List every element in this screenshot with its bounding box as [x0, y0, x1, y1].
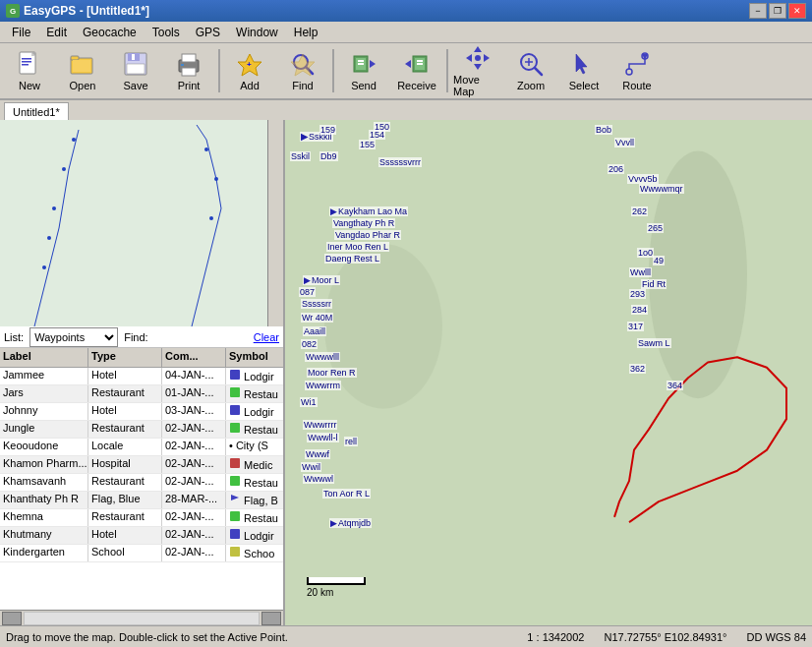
col-type: Type [88, 348, 162, 367]
map-waypoint: Sawm L [637, 338, 671, 348]
scale-label: 20 km [307, 587, 366, 598]
map-waypoint: Ton Aor R L [322, 489, 371, 499]
main-area: List: Waypoints Routes Tracks Find: Clea… [0, 120, 812, 625]
toolbar-separator-1 [218, 49, 220, 92]
svg-point-51 [214, 177, 218, 181]
table-header: Label Type Com... Symbol [0, 348, 283, 368]
svg-marker-59 [231, 495, 239, 502]
table-row[interactable]: Khutmany Hotel 02-JAN-... Lodgir [0, 527, 283, 545]
map-waypoint: 087 [299, 287, 316, 297]
svg-text:+: + [247, 60, 252, 69]
thumbnail-map [0, 120, 283, 326]
save-label: Save [123, 80, 147, 91]
table-row[interactable]: Keooudone Locale 02-JAN-... • City (S [0, 439, 283, 456]
table-row[interactable]: Jars Restaurant 01-JAN-... Restau [0, 385, 283, 403]
find-label: Find: [124, 331, 147, 343]
map-waypoint: 364 [667, 381, 683, 390]
map-waypoint: Moor Ren R [307, 368, 357, 378]
table-row[interactable]: Jungle Restaurant 02-JAN-... Restau [0, 421, 283, 439]
toolbar-separator-2 [332, 49, 334, 92]
zoom-icon [517, 50, 545, 78]
menu-gps[interactable]: GPS [188, 22, 228, 43]
map-area[interactable]: ▶ Sskkil 159 150 154 155 Sskil Db9 Sssss… [285, 120, 812, 625]
menu-edit[interactable]: Edit [38, 22, 75, 43]
table-row[interactable]: Jammee Hotel 04-JAN-... Lodgir [0, 368, 283, 385]
open-button[interactable]: Open [57, 45, 108, 96]
zoom-button[interactable]: Zoom [505, 45, 556, 96]
map-waypoint: Db9 [319, 151, 338, 161]
find-button[interactable]: Find [277, 45, 328, 96]
open-icon [69, 50, 96, 78]
add-button[interactable]: + Add [224, 45, 275, 96]
send-button[interactable]: Send [338, 45, 389, 96]
waypoint-table: Label Type Com... Symbol Jammee Hotel 04… [0, 348, 283, 610]
map-waypoint: Wwwwlll [305, 352, 340, 362]
route-button[interactable]: Route [611, 45, 663, 96]
select-button[interactable]: Select [558, 45, 609, 96]
save-icon [122, 50, 149, 78]
title-bar: G EasyGPS - [Untitled1*] − ❐ ✕ [0, 0, 812, 22]
svg-point-50 [204, 147, 208, 151]
col-label: Label [0, 348, 88, 367]
new-button[interactable]: New [4, 45, 55, 96]
table-row[interactable]: Khamsavanh Restaurant 02-JAN-... Restau [0, 474, 283, 492]
new-label: New [19, 80, 40, 91]
menu-help[interactable]: Help [286, 22, 326, 43]
svg-rect-30 [417, 60, 423, 62]
map-waypoint: 362 [629, 364, 646, 374]
menu-tools[interactable]: Tools [145, 22, 188, 43]
map-waypoint: Daeng Rest L [324, 254, 380, 264]
status-scale: 1 : 1342002 [527, 631, 584, 643]
tab-bar: Untitled1* [0, 100, 812, 120]
list-dropdown[interactable]: Waypoints Routes Tracks [29, 327, 118, 347]
window-controls: − ❐ ✕ [749, 3, 806, 19]
svg-point-49 [42, 265, 46, 269]
map-waypoint: Ssssssvrrr [378, 157, 422, 167]
svg-marker-35 [484, 54, 490, 62]
print-label: Print [178, 80, 201, 91]
select-label: Select [569, 80, 600, 91]
map-waypoint: Sssssrr [301, 299, 332, 309]
table-row[interactable]: Khemna Restaurant 02-JAN-... Restau [0, 509, 283, 527]
table-row[interactable]: Kindergarten School 02-JAN-... Schoo [0, 545, 283, 562]
svg-rect-11 [132, 54, 135, 60]
find-label: Find [292, 80, 313, 91]
toolbar-separator-3 [446, 49, 448, 92]
table-row[interactable]: Khamon Pharm... Hospital 02-JAN-... Medi… [0, 456, 283, 474]
table-row[interactable]: Khanthaty Ph R Flag, Blue 28-MAR-... Fla… [0, 492, 283, 509]
thumbnail-scrollbar[interactable] [267, 120, 283, 326]
send-label: Send [351, 80, 377, 91]
map-waypoint: Wwwrrrr [303, 420, 337, 430]
menu-window[interactable]: Window [228, 22, 286, 43]
table-row[interactable]: Johnny Hotel 03-JAN-... Lodgir [0, 403, 283, 421]
scale-bar: 20 km [307, 577, 366, 598]
minimize-button[interactable]: − [749, 3, 767, 19]
menu-file[interactable]: File [4, 22, 38, 43]
map-waypoint: Fid Rt [641, 279, 667, 289]
map-waypoint: 265 [647, 223, 664, 233]
map-waypoint: Iner Moo Ren L [326, 242, 389, 252]
print-button[interactable]: Print [163, 45, 214, 96]
open-label: Open [70, 80, 96, 91]
svg-rect-3 [22, 58, 31, 60]
add-label: Add [240, 80, 260, 91]
svg-rect-26 [358, 63, 364, 65]
tab-untitled1[interactable]: Untitled1* [4, 102, 69, 120]
svg-rect-12 [127, 64, 145, 74]
save-button[interactable]: Save [110, 45, 161, 96]
movemap-button[interactable]: Move Map [452, 45, 503, 96]
restore-button[interactable]: ❐ [769, 3, 786, 19]
menu-geocache[interactable]: Geocache [75, 22, 145, 43]
horizontal-scrollbar[interactable] [0, 610, 283, 625]
svg-rect-53 [230, 370, 240, 380]
map-waypoint: ▶ Atqmjdb [329, 518, 372, 528]
map-waypoint: 284 [631, 305, 648, 315]
svg-rect-55 [230, 405, 240, 415]
map-waypoint: 262 [631, 206, 648, 216]
receive-button[interactable]: Receive [391, 45, 442, 96]
new-icon [16, 50, 43, 78]
list-label: List: [4, 331, 24, 343]
clear-button[interactable]: Clear [254, 331, 279, 343]
zoom-label: Zoom [517, 80, 545, 91]
close-button[interactable]: ✕ [788, 3, 806, 19]
